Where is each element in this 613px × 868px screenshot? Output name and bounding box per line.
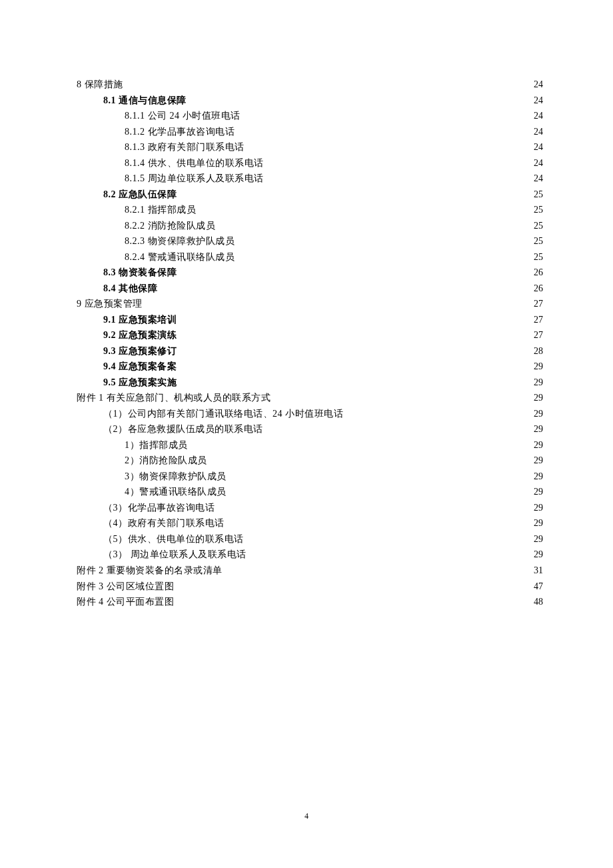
table-of-contents: 8 保障措施248.1 通信与信息保障248.1.1 公司 24 小时值班电话2… xyxy=(77,77,543,610)
toc-title: 8.2.1 指挥部成员 xyxy=(125,202,196,218)
toc-page-number: 29 xyxy=(534,390,543,406)
toc-entry[interactable]: 8.2.1 指挥部成员25 xyxy=(77,202,543,218)
toc-title: 8.1.2 化学品事故咨询电话 xyxy=(125,124,235,140)
toc-page-number: 29 xyxy=(534,469,543,485)
toc-entry[interactable]: 8.3 物资装备保障26 xyxy=(77,265,543,281)
toc-entry[interactable]: （4）政府有关部门联系电话29 xyxy=(77,515,543,531)
toc-title: 8.2.2 消防抢险队成员 xyxy=(125,218,215,234)
page-number: 4 xyxy=(0,811,613,821)
toc-page-number: 48 xyxy=(534,594,543,610)
toc-title: 9.5 应急预案实施 xyxy=(103,375,177,391)
toc-title: （3） 周边单位联系人及联系电话 xyxy=(103,547,247,563)
toc-entry[interactable]: 4）警戒通讯联络队成员29 xyxy=(77,484,543,500)
toc-page-number: 24 xyxy=(534,93,543,109)
toc-entry[interactable]: 9.5 应急预案实施29 xyxy=(77,375,543,391)
toc-page-number: 29 xyxy=(534,515,543,531)
toc-page-number: 28 xyxy=(534,343,543,359)
toc-page-number: 24 xyxy=(534,139,543,155)
toc-entry[interactable]: 1）指挥部成员29 xyxy=(77,437,543,453)
toc-title: 8.1.1 公司 24 小时值班电话 xyxy=(125,108,241,124)
toc-entry[interactable]: 3）物资保障救护队成员29 xyxy=(77,469,543,485)
toc-page-number: 25 xyxy=(534,202,543,218)
toc-entry[interactable]: 9 应急预案管理27 xyxy=(77,296,543,312)
toc-title: 8.2 应急队伍保障 xyxy=(103,187,177,203)
toc-entry[interactable]: （5）供水、供电单位的联系电话29 xyxy=(77,531,543,547)
toc-entry[interactable]: 8.1.1 公司 24 小时值班电话24 xyxy=(77,108,543,124)
toc-title: 9.4 应急预案备案 xyxy=(103,359,177,375)
toc-title: 8.4 其他保障 xyxy=(103,281,157,297)
toc-page-number: 24 xyxy=(534,124,543,140)
toc-title: 9.1 应急预案培训 xyxy=(103,312,177,328)
toc-page-number: 29 xyxy=(534,500,543,516)
toc-title: 3）物资保障救护队成员 xyxy=(125,469,227,485)
toc-entry[interactable]: 2）消防抢险队成员29 xyxy=(77,453,543,469)
toc-title: 4）警戒通讯联络队成员 xyxy=(125,484,227,500)
document-page: 8 保障措施248.1 通信与信息保障248.1.1 公司 24 小时值班电话2… xyxy=(0,0,613,868)
toc-entry[interactable]: （2）各应急救援队伍成员的联系电话29 xyxy=(77,421,543,437)
toc-entry[interactable]: 8.4 其他保障26 xyxy=(77,281,543,297)
toc-entry[interactable]: 9.2 应急预案演练27 xyxy=(77,327,543,343)
toc-page-number: 25 xyxy=(534,249,543,265)
toc-title: 8.1.5 周边单位联系人及联系电话 xyxy=(125,171,264,187)
toc-title: 9.2 应急预案演练 xyxy=(103,327,177,343)
toc-page-number: 26 xyxy=(534,265,543,281)
toc-title: 附件 3 公司区域位置图 xyxy=(77,579,174,595)
toc-entry[interactable]: 9.4 应急预案备案29 xyxy=(77,359,543,375)
toc-entry[interactable]: 8.2 应急队伍保障25 xyxy=(77,187,543,203)
toc-entry[interactable]: 8.1 通信与信息保障24 xyxy=(77,93,543,109)
toc-page-number: 25 xyxy=(534,233,543,249)
toc-page-number: 29 xyxy=(534,437,543,453)
toc-page-number: 29 xyxy=(534,484,543,500)
toc-title: 8.2.3 物资保障救护队成员 xyxy=(125,233,235,249)
toc-title: （1）公司内部有关部门通讯联络电话、24 小时值班电话 xyxy=(103,406,343,422)
toc-page-number: 25 xyxy=(534,187,543,203)
toc-entry[interactable]: 附件 2 重要物资装备的名录或清单31 xyxy=(77,563,543,579)
toc-entry[interactable]: 8.1.5 周边单位联系人及联系电话24 xyxy=(77,171,543,187)
toc-entry[interactable]: 8.1.4 供水、供电单位的联系电话24 xyxy=(77,155,543,171)
toc-page-number: 27 xyxy=(534,327,543,343)
toc-page-number: 29 xyxy=(534,375,543,391)
toc-title: （4）政府有关部门联系电话 xyxy=(103,515,225,531)
toc-entry[interactable]: （3） 周边单位联系人及联系电话29 xyxy=(77,547,543,563)
toc-page-number: 29 xyxy=(534,547,543,563)
toc-title: 8.1.3 政府有关部门联系电话 xyxy=(125,139,245,155)
toc-entry[interactable]: 附件 3 公司区域位置图47 xyxy=(77,579,543,595)
toc-page-number: 24 xyxy=(534,155,543,171)
toc-page-number: 26 xyxy=(534,281,543,297)
toc-entry[interactable]: 8.2.3 物资保障救护队成员25 xyxy=(77,233,543,249)
toc-entry[interactable]: 8.1.2 化学品事故咨询电话24 xyxy=(77,124,543,140)
toc-page-number: 29 xyxy=(534,531,543,547)
toc-entry[interactable]: 8.2.2 消防抢险队成员25 xyxy=(77,218,543,234)
toc-page-number: 29 xyxy=(534,421,543,437)
toc-title: 附件 2 重要物资装备的名录或清单 xyxy=(77,563,223,579)
toc-title: 9 应急预案管理 xyxy=(77,296,143,312)
toc-page-number: 29 xyxy=(534,359,543,375)
toc-title: （2）各应急救援队伍成员的联系电话 xyxy=(103,421,263,437)
toc-title: 8.1 通信与信息保障 xyxy=(103,93,187,109)
toc-page-number: 24 xyxy=(534,77,543,93)
toc-page-number: 27 xyxy=(534,296,543,312)
toc-entry[interactable]: 9.1 应急预案培训27 xyxy=(77,312,543,328)
toc-page-number: 29 xyxy=(534,453,543,469)
toc-title: 9.3 应急预案修订 xyxy=(103,343,177,359)
toc-page-number: 25 xyxy=(534,218,543,234)
toc-title: 附件 1 有关应急部门、机构或人员的联系方式 xyxy=(77,390,271,406)
toc-page-number: 31 xyxy=(534,563,543,579)
toc-title: 8.2.4 警戒通讯联络队成员 xyxy=(125,249,235,265)
toc-entry[interactable]: 附件 1 有关应急部门、机构或人员的联系方式29 xyxy=(77,390,543,406)
toc-title: 2）消防抢险队成员 xyxy=(125,453,207,469)
toc-title: （5）供水、供电单位的联系电话 xyxy=(103,531,244,547)
toc-entry[interactable]: 8.2.4 警戒通讯联络队成员25 xyxy=(77,249,543,265)
toc-entry[interactable]: （1）公司内部有关部门通讯联络电话、24 小时值班电话29 xyxy=(77,406,543,422)
toc-entry[interactable]: 附件 4 公司平面布置图48 xyxy=(77,594,543,610)
toc-page-number: 27 xyxy=(534,312,543,328)
toc-entry[interactable]: 8 保障措施24 xyxy=(77,77,543,93)
toc-title: 1）指挥部成员 xyxy=(125,437,188,453)
toc-title: 8.3 物资装备保障 xyxy=(103,265,177,281)
toc-entry[interactable]: （3）化学品事故咨询电话29 xyxy=(77,500,543,516)
toc-entry[interactable]: 8.1.3 政府有关部门联系电话24 xyxy=(77,139,543,155)
toc-page-number: 29 xyxy=(534,406,543,422)
toc-entry[interactable]: 9.3 应急预案修订28 xyxy=(77,343,543,359)
toc-title: 附件 4 公司平面布置图 xyxy=(77,594,174,610)
toc-title: （3）化学品事故咨询电话 xyxy=(103,500,215,516)
